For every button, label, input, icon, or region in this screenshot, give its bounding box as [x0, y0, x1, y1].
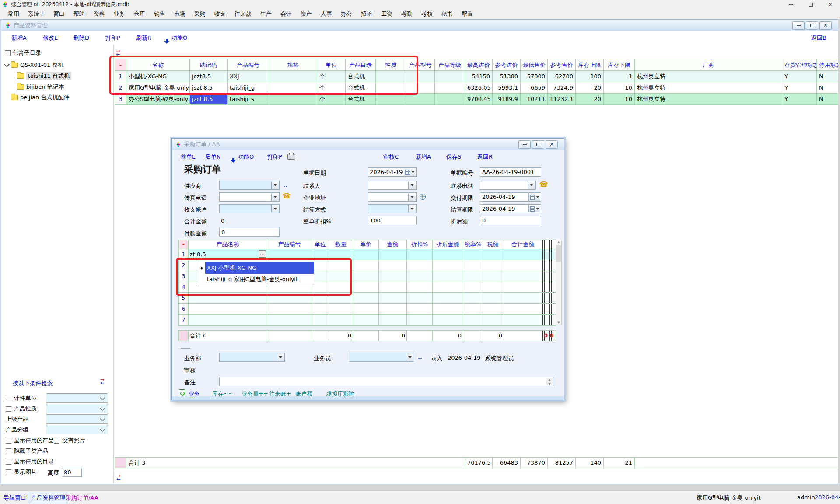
dialog-restore-button[interactable]: [532, 140, 544, 149]
cell-vendor[interactable]: 杭州奥立特: [635, 94, 782, 105]
cell[interactable]: [267, 304, 312, 315]
dropdown-button[interactable]: [408, 193, 416, 201]
phone-icon[interactable]: ☎: [539, 181, 548, 188]
cell[interactable]: [379, 249, 407, 260]
checkbox-icon[interactable]: [6, 396, 11, 401]
menu-yewu[interactable]: 业务: [109, 10, 130, 18]
checkbox-icon[interactable]: [6, 448, 11, 454]
cell[interactable]: [312, 304, 329, 315]
app-minimize-button[interactable]: [781, 0, 801, 9]
menu-xiaoshou[interactable]: 销售: [150, 10, 170, 18]
tree-item-root[interactable]: QS-X01-01 整机: [5, 61, 63, 70]
cell[interactable]: [329, 304, 353, 315]
dropdown-item-selected[interactable]: ♦ XXJ 小型机-XG-NG: [198, 262, 314, 274]
window-minimize-button[interactable]: [792, 21, 805, 30]
header-qty[interactable]: 数量: [329, 240, 353, 249]
dialog-close-button[interactable]: ✕: [546, 140, 558, 149]
cell-name[interactable]: 小型机-XG-NG: [126, 71, 190, 82]
window-restore-button[interactable]: [806, 21, 818, 30]
cell-stock-max[interactable]: 20: [576, 82, 604, 94]
dropdown-button[interactable]: [271, 193, 279, 201]
cell-disabled-flag[interactable]: N: [817, 94, 838, 105]
contact-select[interactable]: [368, 181, 416, 190]
cell[interactable]: [312, 249, 329, 260]
phone-icon[interactable]: ☎: [282, 193, 291, 200]
dropdown-button[interactable]: [271, 181, 279, 189]
account-select[interactable]: [219, 204, 280, 213]
cell-max-buy[interactable]: 9700.45: [465, 94, 493, 105]
table-row[interactable]: 2 家用G型电脑-金奥-onlyit jszt 8.5 taishiji_g 个…: [115, 82, 838, 94]
cell[interactable]: [189, 315, 267, 326]
cell[interactable]: [406, 94, 435, 105]
cell[interactable]: [353, 282, 379, 293]
row-number[interactable]: 2: [179, 260, 189, 271]
cell[interactable]: [504, 260, 542, 271]
cell[interactable]: [406, 71, 435, 82]
row-number[interactable]: 6: [179, 304, 189, 315]
header-ref-buy[interactable]: 参考进价: [493, 59, 521, 71]
header-unit[interactable]: 单位: [317, 59, 346, 71]
row-number[interactable]: 7: [179, 315, 189, 326]
cell-ref-sell[interactable]: 62700: [548, 71, 576, 82]
header-total[interactable]: 合计金额: [504, 240, 542, 249]
cell[interactable]: [435, 94, 465, 105]
cell[interactable]: [482, 293, 504, 304]
cell[interactable]: [463, 260, 482, 271]
menu-kaoqin[interactable]: 考勤: [397, 10, 417, 18]
cell[interactable]: [504, 249, 542, 260]
cell-product-no[interactable]: taishiji_g: [228, 82, 269, 94]
cell[interactable]: [353, 249, 379, 260]
cell[interactable]: [433, 271, 463, 282]
row-number[interactable]: 3: [115, 94, 126, 105]
cell[interactable]: [482, 249, 504, 260]
supplier-select[interactable]: [219, 181, 280, 190]
header-discount[interactable]: 折扣%: [407, 240, 433, 249]
no-photo-check[interactable]: 没有照片: [54, 437, 85, 445]
cell[interactable]: [353, 315, 379, 326]
spinner-icon[interactable]: ▲▼: [546, 378, 553, 385]
dropdown-button[interactable]: [271, 205, 279, 212]
grid-vertical-scrollbar[interactable]: ▲ ▼: [556, 240, 562, 325]
header-min-sell[interactable]: 最低售价: [521, 59, 548, 71]
cell-disabled-flag[interactable]: N: [817, 71, 838, 82]
cell[interactable]: [504, 293, 542, 304]
cell[interactable]: [407, 260, 433, 271]
window-close-button[interactable]: ✕: [819, 21, 832, 30]
filter-nature-select[interactable]: [46, 404, 108, 413]
new-button[interactable]: 新增A: [11, 34, 27, 42]
header-price[interactable]: 单价: [353, 240, 379, 249]
show-image-check[interactable]: 显示图片: [6, 468, 37, 476]
cell-ref-sell[interactable]: 7324.9: [548, 82, 576, 94]
cell[interactable]: [482, 315, 504, 326]
menu-xitong[interactable]: 系统 F: [24, 10, 49, 18]
cell-ref-sell[interactable]: 11232.1: [548, 94, 576, 105]
cell-catalog[interactable]: 台式机: [346, 94, 376, 105]
cell-catalog[interactable]: 台式机: [346, 71, 376, 82]
cell[interactable]: [435, 82, 465, 94]
cell[interactable]: [504, 271, 542, 282]
cell[interactable]: [463, 271, 482, 282]
print-button[interactable]: 打印P: [267, 153, 282, 161]
header-nature[interactable]: 性质: [376, 59, 406, 71]
include-subdir-checkbox-row[interactable]: 包含子目录: [5, 49, 41, 57]
cell[interactable]: [482, 304, 504, 315]
checkbox-icon[interactable]: [6, 406, 11, 412]
show-disabled-dirs-check[interactable]: 显示停用的目录: [6, 458, 54, 466]
header-unit[interactable]: 单位: [312, 240, 329, 249]
doc-date-field[interactable]: 2026-04-19: [368, 167, 416, 177]
height-input[interactable]: 80: [62, 468, 82, 477]
cell[interactable]: [379, 304, 407, 315]
cell-max-buy[interactable]: 54150: [465, 71, 493, 82]
cell[interactable]: [312, 260, 329, 271]
audit-button[interactable]: 审核C: [383, 153, 399, 161]
cell[interactable]: [329, 249, 353, 260]
menu-mishu[interactable]: 秘书: [437, 10, 457, 18]
save-button[interactable]: 保存S: [446, 153, 461, 161]
cell[interactable]: [433, 282, 463, 293]
cell[interactable]: [329, 282, 353, 293]
cell[interactable]: [435, 71, 465, 82]
cell-min-sell[interactable]: 10211: [521, 94, 548, 105]
cell[interactable]: [379, 315, 407, 326]
row-number[interactable]: 3: [179, 271, 189, 282]
header-model[interactable]: 产品型号: [406, 59, 435, 71]
